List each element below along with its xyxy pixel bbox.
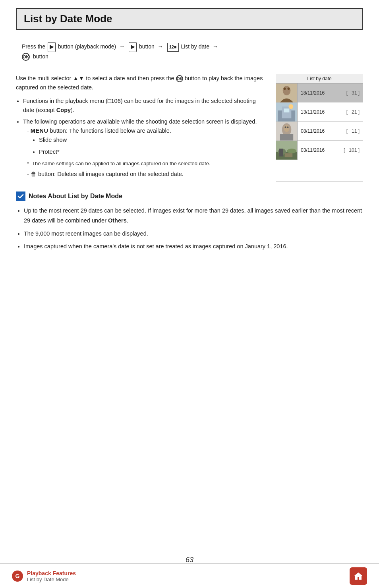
sub-sub-list: Slide show Protect* xyxy=(39,135,268,156)
play-button-icon-2: ▶ xyxy=(129,42,137,52)
footer-bar: G Playback Features List by Date Mode xyxy=(0,563,379,588)
menu-label: MENU xyxy=(31,128,48,134)
date-text-3: 08/11/2016 xyxy=(301,128,325,134)
trash-icon: 🗑 xyxy=(31,171,37,177)
nav-arrow-1: → xyxy=(119,43,125,50)
date-text-2: 13/11/2016 xyxy=(301,109,325,115)
date-row-4[interactable]: 03/11/2016 [ 101 ] xyxy=(276,141,363,160)
slide-show-item: Slide show xyxy=(39,135,268,145)
date-bracket-3: [ 11 ] xyxy=(346,128,360,134)
left-text-column: Use the multi selector ▲▼ to select a da… xyxy=(16,74,268,182)
svg-rect-11 xyxy=(280,134,293,141)
svg-point-18 xyxy=(287,149,296,153)
date-row-2[interactable]: 13/11/2016 [ 21 ] xyxy=(276,103,363,122)
notes-title: Notes About List by Date Mode xyxy=(29,193,122,200)
sub-list: MENU button: The functions listed below … xyxy=(27,126,268,179)
date-info-1: 18/11/2016 [ 31 ] xyxy=(298,90,363,96)
page-number: 63 xyxy=(0,556,379,564)
main-content: Use the multi selector ▲▼ to select a da… xyxy=(16,74,363,182)
date-panel-header: List by date xyxy=(276,74,363,83)
list-icon: 12■ xyxy=(167,43,179,52)
thumb-3 xyxy=(276,122,298,141)
notes-check-icon xyxy=(16,191,25,201)
date-text-4: 03/11/2016 xyxy=(301,147,325,153)
date-info-3: 08/11/2016 [ 11 ] xyxy=(298,128,363,134)
main-bullet-list: Functions in the playback menu (□106) ca… xyxy=(23,97,268,179)
date-row-1[interactable]: 18/11/2016 [ 31 ] xyxy=(276,83,363,103)
section-icon: G xyxy=(12,571,23,582)
note-item-1: Up to the most recent 29 dates can be se… xyxy=(24,206,363,225)
date-info-4: 03/11/2016 [ 101 ] xyxy=(298,147,363,153)
note-item-2: The 9,000 most recent images can be disp… xyxy=(24,229,363,239)
nav-playback-text: button (playback mode) xyxy=(58,43,118,50)
note-item-3: Images captured when the camera's date i… xyxy=(24,242,363,251)
nav-button-text: button xyxy=(139,43,156,50)
notes-header: Notes About List by Date Mode xyxy=(16,191,363,201)
page-title-box: List by Date Mode xyxy=(16,8,363,30)
footer-left: G Playback Features List by Date Mode xyxy=(12,570,76,582)
notes-section: Notes About List by Date Mode Up to the … xyxy=(16,191,363,251)
footer-section-title: Playback Features xyxy=(27,570,76,576)
ok-circle-icon: OK xyxy=(22,53,30,61)
nav-breadcrumb-box: Press the ▶ button (playback mode) → ▶ b… xyxy=(16,38,363,65)
svg-point-13 xyxy=(285,126,286,128)
nav-ok-text: button xyxy=(33,53,48,60)
date-bracket-2: [ 21 ] xyxy=(346,109,360,115)
play-button-icon: ▶ xyxy=(48,42,56,52)
nav-list-text: List by date xyxy=(181,43,211,50)
date-panel: List by date 18/11/2016 [ 31 ] xyxy=(276,74,363,182)
footer-section-info: Playback Features List by Date Mode xyxy=(27,570,76,582)
sub-item-menu: MENU button: The functions listed below … xyxy=(27,126,268,167)
svg-rect-19 xyxy=(279,149,283,157)
svg-point-3 xyxy=(287,87,290,90)
footnote-text: * The same settings can be applied to al… xyxy=(27,160,268,168)
nav-arrow-2: → xyxy=(158,43,163,50)
footer-breadcrumb: List by Date Mode xyxy=(27,576,76,582)
nav-arrow-3: → xyxy=(213,43,218,50)
protect-item: Protect* xyxy=(39,147,268,157)
date-bracket-4: [ 101 ] xyxy=(344,147,360,153)
thumb-1 xyxy=(276,83,298,103)
nav-press-text: Press the xyxy=(22,43,45,50)
bullet-item-1: Functions in the playback menu (□106) ca… xyxy=(23,97,268,115)
home-button[interactable] xyxy=(350,567,367,585)
date-info-2: 13/11/2016 [ 21 ] xyxy=(298,109,363,115)
svg-rect-7 xyxy=(284,108,290,112)
svg-point-14 xyxy=(287,126,288,128)
date-row-3[interactable]: 08/11/2016 [ 11 ] xyxy=(276,122,363,141)
sub-item-trash: 🗑 button: Deletes all images captured on… xyxy=(27,170,268,179)
footer-content: G Playback Features List by Date Mode xyxy=(0,564,379,588)
page-title: List by Date Mode xyxy=(24,13,355,25)
svg-point-12 xyxy=(284,125,290,132)
svg-point-2 xyxy=(284,87,286,90)
svg-point-8 xyxy=(288,104,293,109)
date-text-1: 18/11/2016 xyxy=(301,90,325,96)
notes-list: Up to the most recent 29 dates can be se… xyxy=(24,206,363,251)
thumb-2 xyxy=(276,103,298,122)
intro-paragraph: Use the multi selector ▲▼ to select a da… xyxy=(16,74,268,92)
date-bracket-1: [ 31 ] xyxy=(346,90,360,96)
svg-point-1 xyxy=(283,86,291,95)
bullet-item-2: The following operations are available w… xyxy=(23,117,268,179)
thumb-4 xyxy=(276,141,298,160)
svg-rect-20 xyxy=(285,153,293,157)
